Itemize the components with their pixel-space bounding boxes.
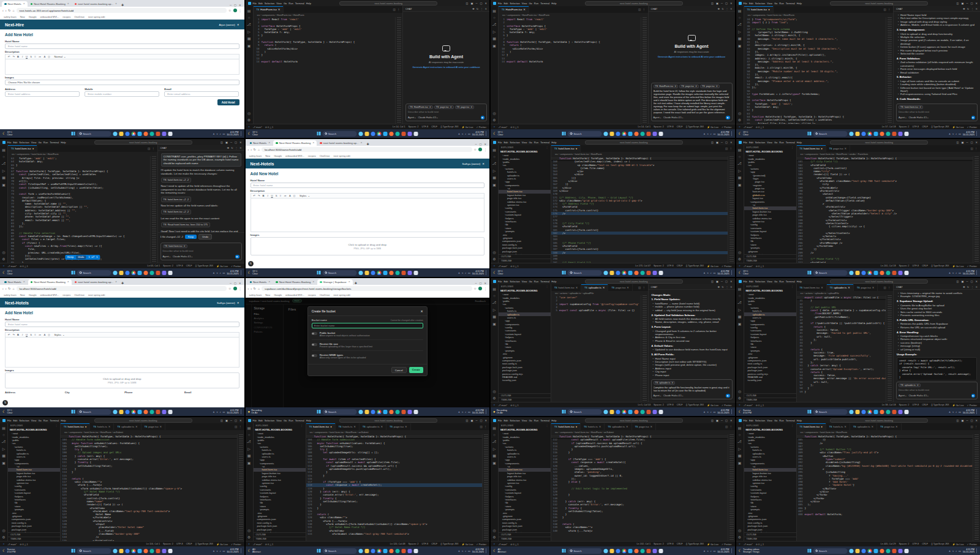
taskbar-app-icon[interactable] — [364, 271, 369, 275]
chat-welcome-link[interactable]: Generate Agent instructions to onboard A… — [412, 66, 480, 69]
richtext-tool-button[interactable]: I — [21, 333, 23, 336]
status-item[interactable]: ✓ Prettier — [722, 404, 731, 407]
settings-gear-icon[interactable]: ⚙ — [738, 396, 741, 400]
window-close-icon[interactable]: ✕ — [484, 2, 487, 5]
model-select[interactable]: Claude Haiku 4.5⌄ — [418, 116, 438, 119]
tab-close-icon[interactable]: ✕ — [23, 281, 25, 283]
menu-terminal[interactable]: Terminal — [540, 2, 549, 5]
editor-tab[interactable]: TShotel-form.tsx✕ — [551, 284, 581, 291]
richtext-tool-button[interactable]: ⟨⟩ — [293, 194, 295, 197]
window-maximize-icon[interactable]: ▢ — [235, 419, 237, 422]
explorer-icon[interactable]: ▤ — [247, 426, 251, 430]
editor-tab[interactable]: TSuploader.ts✕ — [360, 423, 386, 430]
richtext-tool-button[interactable]: B — [17, 333, 19, 336]
outline-section[interactable]: OUTLINE — [499, 254, 551, 259]
menu-help[interactable]: Help — [306, 2, 311, 5]
run-debug-icon[interactable]: ▷ — [247, 29, 251, 34]
taskbar-app-icon[interactable] — [892, 271, 896, 275]
status-item[interactable]: UTF-8 — [667, 265, 674, 268]
window-close-icon[interactable]: ✕ — [975, 280, 978, 283]
show-desktop-button[interactable] — [241, 409, 242, 414]
taskbar-app-icon[interactable] — [898, 271, 902, 275]
taskbar-clock[interactable]: 4:11 PM10-11-2025 — [717, 270, 729, 275]
chat-welcome-link[interactable]: Generate Agent instructions to onboard A… — [658, 55, 726, 58]
taskbar-app-icon[interactable] — [616, 271, 620, 275]
status-item[interactable]: Spaces: 2 — [899, 126, 910, 129]
source-control-icon[interactable]: ⎇ — [247, 439, 251, 444]
taskbar-app-icon[interactable] — [898, 549, 902, 553]
show-desktop-button[interactable] — [241, 548, 242, 553]
menu-help[interactable]: Help — [61, 419, 66, 422]
remove-context-icon[interactable]: ✕ — [450, 106, 451, 108]
tray-chevron-icon[interactable]: ∧ — [949, 410, 951, 413]
git-branch-indicator[interactable]: ⎇ main* — [7, 265, 17, 268]
panel-toggle-icon[interactable]: ▣ — [225, 141, 228, 144]
taskbar-app-icon[interactable] — [873, 410, 878, 414]
volume-icon[interactable]: ♪ — [220, 132, 221, 135]
tab-close-icon[interactable]: ✕ — [872, 425, 874, 428]
status-item[interactable]: CRLF — [186, 543, 192, 546]
taskbar-app-icon[interactable] — [138, 271, 142, 275]
history-icon[interactable]: ↻ — [967, 285, 970, 289]
problems-indicator[interactable]: ⊘ 0 △ 1 — [20, 265, 28, 268]
taskbar-app-icon[interactable] — [622, 410, 627, 414]
panel-toggle-icon[interactable]: ▣ — [716, 2, 718, 5]
browser-tab[interactable]: Storage | Supabase✕ — [317, 279, 352, 285]
status-item[interactable]: ✓ Prettier — [967, 543, 977, 546]
taskbar-app-icon[interactable] — [886, 132, 890, 136]
agent-mode-select[interactable]: Agent⌄ — [899, 394, 907, 397]
source-control-icon[interactable]: ⎇ — [492, 300, 497, 304]
bookmark-star-icon[interactable]: ☆ — [474, 148, 477, 151]
status-item[interactable]: {} TypeScript JSX — [686, 543, 704, 546]
richtext-tool-button[interactable]: ↶ — [254, 194, 256, 197]
command-center-search[interactable]: next-hotel-rooms-booking — [830, 418, 928, 423]
taskbar-app-icon[interactable] — [156, 271, 160, 275]
taskbar-app-icon[interactable] — [364, 132, 369, 136]
status-item[interactable]: ⚡ Go Live — [952, 265, 964, 268]
context-pill[interactable]: TSHotelForm.tsx✕ — [408, 105, 433, 109]
taskbar-weather-widget[interactable]: ☾19°CClear — [2, 270, 12, 275]
tab-close-icon[interactable]: ✕ — [848, 286, 850, 289]
keep-button[interactable]: Keep — [185, 235, 197, 239]
tab-close-icon[interactable]: ✕ — [67, 281, 69, 283]
taskbar-app-icon[interactable] — [395, 549, 399, 553]
taskbar-search[interactable]: Search — [568, 131, 602, 137]
editor-tab[interactable]: TShotel-form.tsx✕ — [797, 284, 827, 291]
panel-toggle-icon[interactable]: ▣ — [962, 2, 964, 5]
editor-tab[interactable]: TSHotelForm.tsx✕ — [499, 6, 529, 13]
taskbar-app-icon[interactable] — [144, 132, 148, 136]
editor-tab[interactable]: TSpage.tsx✕ — [826, 145, 850, 152]
taskbar-app-icon[interactable] — [138, 410, 142, 414]
menu-file[interactable]: File — [253, 419, 257, 422]
model-select[interactable]: Claude Haiku 4.5⌄ — [663, 116, 684, 119]
code-editor[interactable]: function HotelForm({ formType, hotelData… — [61, 434, 244, 541]
taskbar-app-icon[interactable] — [389, 549, 393, 553]
window-minimize-icon[interactable]: ─ — [230, 141, 232, 144]
menu-help[interactable]: Help — [797, 141, 802, 144]
taskbar-app-icon[interactable] — [401, 549, 405, 553]
agent-mode-select[interactable]: Agent⌄ — [408, 116, 416, 119]
history-icon[interactable]: ↻ — [722, 7, 724, 10]
browser-tab[interactable]: Next Hotel Rooms Booking✕ — [28, 1, 72, 7]
menu-run[interactable]: Run — [288, 419, 293, 422]
tab-close-icon[interactable]: ✕ — [115, 2, 117, 5]
taskbar-app-icon[interactable] — [610, 549, 614, 553]
extensions-icon[interactable]: ▦ — [738, 175, 742, 179]
minimap[interactable] — [150, 156, 157, 263]
file-reference-chip[interactable]: TShotel-form.tsx +2 -2 — [161, 197, 192, 202]
taskbar-weather-widget[interactable]: ☾19°CClear — [248, 270, 258, 275]
battery-icon[interactable]: ▭ — [468, 271, 470, 274]
tab-close-icon[interactable]: ✕ — [312, 281, 314, 283]
start-button[interactable] — [317, 549, 320, 553]
taskbar-app-icon[interactable] — [371, 410, 375, 414]
new-chat-icon[interactable]: ✚ — [227, 146, 230, 149]
status-item[interactable]: ⚡ Go Live — [216, 543, 228, 546]
taskbar-app-icon[interactable] — [647, 132, 651, 136]
layout-toggle-icon[interactable]: ◫ — [957, 280, 959, 283]
taskbar-clock[interactable]: 4:11 PM10-11-2025 — [227, 131, 238, 136]
network-icon[interactable]: ≈ — [707, 549, 708, 553]
remove-context-icon[interactable]: ✕ — [470, 106, 472, 108]
taskbar-app-icon[interactable] — [119, 271, 124, 275]
panel-close-icon[interactable]: ✕ — [730, 285, 733, 289]
richtext-tool-button[interactable]: ≡ — [280, 194, 282, 197]
